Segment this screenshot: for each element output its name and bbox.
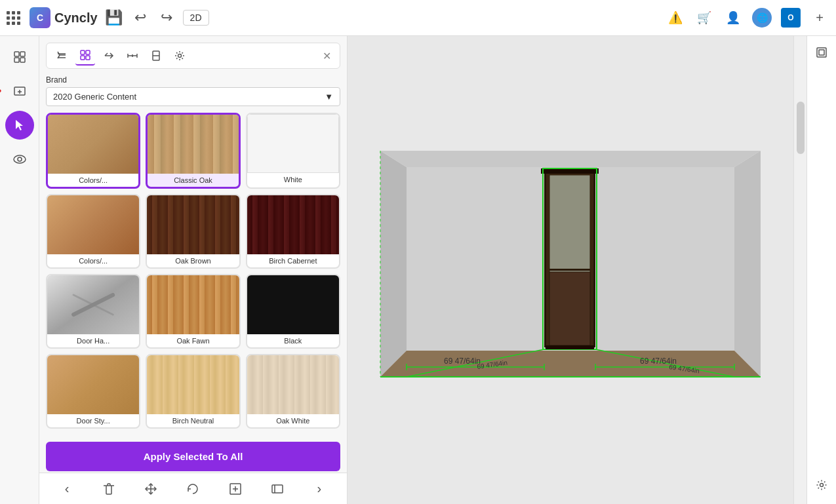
eye-icon[interactable] (5, 145, 34, 174)
color-label-birch-neutral: Birch Neutral (147, 414, 239, 427)
color-item-colors-folder[interactable]: Colors/... (46, 113, 140, 189)
color-item-oak-white[interactable]: Oak White (246, 354, 340, 429)
svg-rect-2 (14, 58, 19, 62)
undo-button[interactable]: ↩ (130, 8, 150, 28)
brand-dropdown[interactable]: 2020 Generic Content ▼ (46, 87, 340, 106)
color-grid-container: Colors/...Classic OakWhiteColors/...Oak … (46, 113, 340, 497)
color-swatch-oak-white (247, 355, 339, 414)
rotate-button[interactable] (181, 477, 205, 501)
color-label-black: Black (247, 334, 339, 347)
close-panel-button[interactable]: ✕ (319, 48, 334, 64)
svg-marker-31 (734, 151, 761, 377)
save-button[interactable]: 💾 (104, 8, 124, 28)
color-item-classic-oak[interactable]: Classic Oak (146, 113, 240, 189)
app-name: Cyncly (54, 10, 98, 26)
color-swatch-white (247, 114, 339, 173)
svg-marker-30 (380, 151, 407, 377)
color-item-black[interactable]: Black (246, 274, 340, 349)
next-button[interactable]: › (308, 477, 331, 501)
apply-selected-button[interactable]: Apply Selected To All (46, 442, 340, 471)
svg-rect-44 (546, 345, 594, 349)
color-label-door-style: Door Sty... (47, 414, 139, 427)
svg-rect-57 (817, 48, 826, 57)
color-swatch-door-style (47, 355, 139, 414)
outlook-icon[interactable]: O (781, 8, 801, 28)
brand-section: Brand 2020 Generic Content ▼ (46, 75, 340, 106)
settings-gear-icon[interactable] (810, 474, 833, 496)
icon-strip: ➜ (0, 36, 39, 504)
grid-menu-icon[interactable] (7, 11, 20, 25)
room-scene: 69 47/64in 69 47/64in 69 47/64in 69 47/6… (367, 141, 774, 400)
svg-point-8 (18, 157, 22, 161)
color-swatch-door-handle (47, 275, 139, 334)
app-logo: C Cyncly (30, 7, 98, 28)
edit-icon[interactable] (5, 43, 34, 71)
color-swatch-black (247, 275, 339, 334)
color-item-oak-fawn[interactable]: Oak Fawn (146, 274, 240, 349)
color-swatch-oak-brown (147, 195, 239, 254)
color-label-oak-fawn: Oak Fawn (147, 334, 239, 347)
svg-rect-0 (14, 52, 19, 56)
panel: ✕ Brand 2020 Generic Content ▼ Colors/..… (39, 36, 348, 504)
main-container: ➜ (0, 36, 836, 504)
color-swatch-colors-folder (48, 115, 138, 174)
svg-marker-32 (380, 351, 761, 377)
trash-button[interactable] (97, 477, 121, 501)
svg-point-59 (820, 484, 824, 487)
cyncly-globe-icon[interactable]: 🌐 (752, 8, 772, 28)
color-swatch-oak-fawn (147, 275, 239, 334)
color-swatch-colors2 (47, 195, 139, 254)
right-sidebar-thin (793, 36, 806, 504)
add-panel-icon[interactable]: ➜ (5, 77, 34, 106)
tools-icon[interactable] (52, 46, 71, 66)
maximize-icon[interactable] (810, 41, 833, 64)
svg-rect-11 (81, 56, 85, 60)
elevation-button[interactable] (266, 477, 289, 501)
add-icon[interactable]: + (810, 8, 829, 28)
svg-rect-40 (549, 269, 590, 271)
cursor-icon[interactable] (5, 111, 34, 140)
color-swatch-birch-neutral (147, 355, 239, 414)
svg-rect-27 (272, 485, 283, 493)
svg-rect-41 (549, 272, 590, 345)
color-item-door-handle[interactable]: Door Ha... (46, 274, 140, 349)
brand-label: Brand (46, 75, 340, 85)
color-item-birch-neutral[interactable]: Birch Neutral (146, 354, 240, 429)
color-item-oak-brown[interactable]: Oak Brown (146, 194, 240, 269)
svg-rect-1 (20, 52, 25, 56)
place-button[interactable] (224, 477, 247, 501)
svg-marker-33 (380, 151, 761, 167)
svg-rect-3 (20, 58, 25, 62)
prev-button[interactable]: ‹ (55, 477, 79, 501)
color-label-oak-white: Oak White (247, 414, 339, 427)
panel-bottom-nav: ‹ (39, 473, 347, 504)
color-item-birch-cabernet[interactable]: Birch Cabernet (246, 194, 340, 269)
swap-icon[interactable] (99, 46, 119, 66)
scrollbar-thumb[interactable] (797, 102, 805, 154)
cart-icon[interactable]: 🛒 (694, 8, 714, 28)
apply-btn-container: Apply Selected To All (46, 442, 340, 471)
door-icon[interactable] (146, 46, 166, 66)
color-item-door-style[interactable]: Door Sty... (46, 354, 140, 429)
color-label-classic-oak: Classic Oak (148, 174, 238, 187)
view-area: 69 47/64in 69 47/64in 69 47/64in 69 47/6… (348, 36, 793, 504)
redo-button[interactable]: ↪ (157, 8, 176, 28)
color-swatch-classic-oak (148, 115, 238, 174)
dropdown-chevron-icon: ▼ (325, 92, 333, 102)
brand-value: 2020 Generic Content (53, 92, 136, 102)
move-button[interactable] (139, 477, 163, 501)
color-item-colors2[interactable]: Colors/... (46, 194, 140, 269)
color-item-white[interactable]: White (246, 113, 340, 189)
color-label-door-handle: Door Ha... (47, 334, 139, 347)
view-mode-button[interactable]: 2D (183, 10, 209, 26)
settings-icon[interactable] (170, 46, 189, 66)
svg-rect-58 (819, 50, 824, 55)
color-label-white: White (247, 173, 339, 186)
finishes-icon[interactable] (75, 46, 95, 66)
measure-icon[interactable] (123, 46, 142, 66)
user-icon[interactable]: 👤 (723, 8, 743, 28)
color-swatch-birch-cabernet (247, 195, 339, 254)
warning-icon[interactable]: ⚠️ (666, 8, 685, 28)
svg-point-7 (14, 155, 26, 163)
svg-rect-9 (81, 50, 85, 54)
